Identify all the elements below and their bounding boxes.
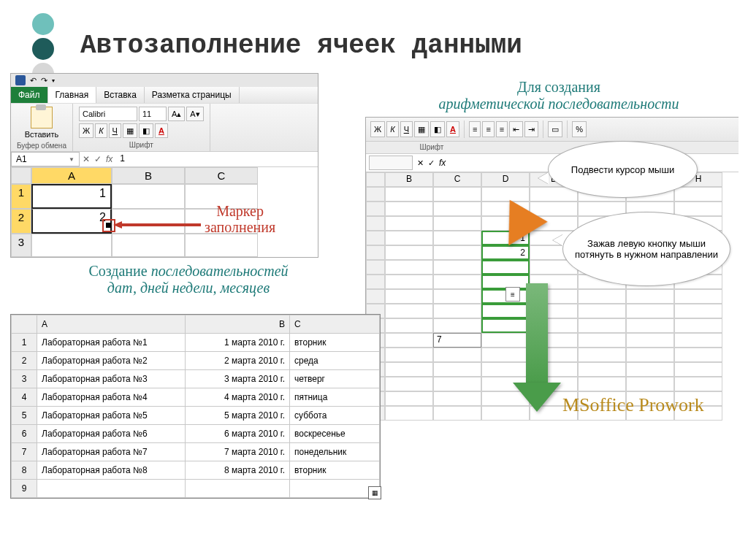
qat-dropdown-icon[interactable]: ▾: [52, 77, 55, 84]
row-header[interactable]: 7: [12, 443, 37, 461]
cell[interactable]: [433, 406, 481, 421]
cell[interactable]: [481, 348, 530, 362]
select-all-corner[interactable]: [11, 167, 31, 184]
cell-a1[interactable]: 1: [31, 184, 112, 209]
cell[interactable]: [385, 289, 433, 304]
row-header[interactable]: 1: [12, 334, 37, 352]
cell[interactable]: [433, 289, 481, 304]
border-icon[interactable]: ▦: [123, 123, 137, 138]
indent-decrease-icon[interactable]: ⇤: [509, 121, 523, 137]
cell[interactable]: [674, 187, 722, 202]
column-header-a[interactable]: A: [31, 167, 112, 184]
column-header-c[interactable]: C: [185, 167, 258, 184]
cell[interactable]: [385, 391, 433, 406]
cell-b[interactable]: 8 марта 2010 г.: [186, 461, 290, 480]
cell-c[interactable]: воскресенье: [290, 425, 380, 443]
cell-c[interactable]: среда: [290, 352, 380, 370]
cell[interactable]: [578, 318, 626, 333]
enter-icon[interactable]: ✓: [94, 154, 102, 164]
row-header[interactable]: 2: [12, 352, 37, 370]
cell[interactable]: [578, 304, 626, 318]
cell[interactable]: [433, 202, 481, 216]
cancel-icon[interactable]: ✕: [417, 158, 424, 168]
column-header[interactable]: C: [433, 172, 481, 187]
tab-file[interactable]: Файл: [11, 87, 48, 103]
cell[interactable]: [674, 304, 722, 318]
cell-b[interactable]: 1 марта 2010 г.: [186, 334, 290, 352]
column-header-a[interactable]: A: [37, 315, 186, 334]
row-header[interactable]: [366, 231, 385, 245]
cell[interactable]: [578, 348, 626, 362]
cell[interactable]: [37, 480, 186, 498]
format-icon[interactable]: %: [572, 121, 587, 137]
font-size-select[interactable]: 11: [139, 107, 167, 121]
font-color-icon[interactable]: A: [446, 121, 459, 137]
row-header[interactable]: [366, 187, 385, 202]
tab-layout[interactable]: Разметка страницы: [145, 87, 240, 103]
column-header[interactable]: B: [385, 172, 433, 187]
align-right-icon[interactable]: ≡: [496, 121, 508, 137]
cell[interactable]: [290, 480, 380, 498]
paste-button[interactable]: Вставить: [25, 107, 59, 139]
cell[interactable]: [385, 333, 433, 348]
cell[interactable]: [674, 362, 722, 377]
redo-icon[interactable]: ↷: [41, 76, 47, 85]
row-header[interactable]: 4: [12, 388, 37, 407]
cell-a[interactable]: Лабораторная работа №5: [37, 407, 186, 425]
cell[interactable]: [481, 333, 530, 348]
cell[interactable]: [385, 216, 433, 231]
row-header[interactable]: 8: [12, 461, 37, 480]
cell[interactable]: [433, 391, 481, 406]
merge-cells-icon[interactable]: ▭: [548, 121, 562, 137]
grow-font-icon[interactable]: A▴: [168, 107, 185, 121]
cell-a[interactable]: Лабораторная работа №4: [37, 388, 186, 407]
row-header[interactable]: [366, 202, 385, 216]
cell[interactable]: [626, 348, 674, 362]
cell-b[interactable]: 2 марта 2010 г.: [186, 352, 290, 370]
cell[interactable]: [385, 231, 433, 245]
cell-b[interactable]: 7 марта 2010 г.: [186, 443, 290, 461]
cell[interactable]: [578, 333, 626, 348]
cell[interactable]: [385, 260, 433, 275]
column-header[interactable]: D: [481, 172, 530, 187]
cell[interactable]: [674, 333, 722, 348]
underline-button[interactable]: Ч: [400, 121, 413, 137]
border-icon[interactable]: ▦: [414, 121, 429, 137]
row-header-3[interactable]: 3: [11, 234, 31, 257]
cell[interactable]: [385, 304, 433, 318]
cell-c[interactable]: пятница: [290, 388, 380, 407]
cell[interactable]: [186, 480, 290, 498]
cell[interactable]: [433, 377, 481, 391]
cell[interactable]: [385, 348, 433, 362]
cell-a3[interactable]: [31, 234, 112, 257]
cell-c[interactable]: вторник: [290, 334, 380, 352]
cell-b[interactable]: 5 марта 2010 г.: [186, 407, 290, 425]
cell[interactable]: [626, 333, 674, 348]
cell-a[interactable]: Лабораторная работа №2: [37, 352, 186, 370]
row-header-2[interactable]: 2: [11, 209, 31, 234]
underline-button[interactable]: Ч: [109, 123, 121, 138]
cell-c[interactable]: понедельник: [290, 443, 380, 461]
cell-a[interactable]: Лабораторная работа №1: [37, 334, 186, 352]
row-header[interactable]: 3: [12, 370, 37, 388]
cell[interactable]: [481, 260, 530, 275]
cell[interactable]: [674, 348, 722, 362]
cell-c[interactable]: суббота: [290, 407, 380, 425]
cell[interactable]: [626, 377, 674, 391]
cell[interactable]: [433, 304, 481, 318]
row-header[interactable]: [366, 289, 385, 304]
cell[interactable]: [674, 289, 722, 304]
cell-b[interactable]: 4 марта 2010 г.: [186, 388, 290, 407]
column-header-b[interactable]: B: [186, 315, 290, 334]
cell-b1[interactable]: [112, 184, 185, 209]
cell[interactable]: [626, 304, 674, 318]
cell-a[interactable]: Лабораторная работа №7: [37, 443, 186, 461]
cell-a[interactable]: Лабораторная работа №6: [37, 425, 186, 443]
fill-color-icon[interactable]: ◧: [430, 121, 445, 137]
cell[interactable]: [481, 318, 530, 333]
cell[interactable]: [530, 202, 578, 216]
cell[interactable]: [433, 187, 481, 202]
shrink-font-icon[interactable]: A▾: [186, 107, 203, 121]
cell-b[interactable]: 6 марта 2010 г.: [186, 425, 290, 443]
cell[interactable]: [626, 318, 674, 333]
